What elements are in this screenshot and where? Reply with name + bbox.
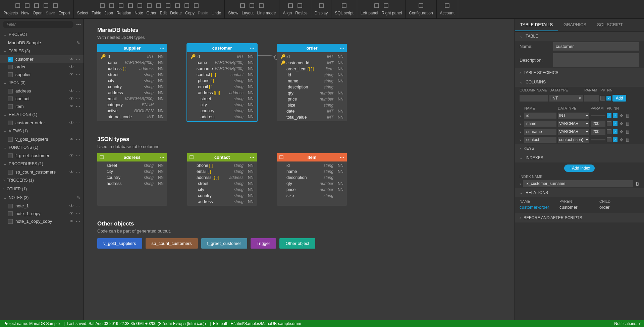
- toolbar-label-other[interactable]: Other: [145, 10, 158, 16]
- toolbar-label-note[interactable]: Note: [133, 10, 144, 16]
- entity-row[interactable]: addressstringNN: [97, 181, 167, 187]
- toolbar-label-select[interactable]: Select: [76, 10, 90, 16]
- move-icon[interactable]: ✥: [619, 137, 624, 142]
- tree-item-f-greet-customer[interactable]: f_greet_customer👁⋯: [0, 152, 84, 159]
- entity-header[interactable]: item⋯: [277, 153, 347, 161]
- tree-item-v-gold-suppliers[interactable]: v_gold_suppliers👁⋯: [0, 135, 84, 143]
- col-param-input[interactable]: 200: [591, 121, 605, 127]
- tree-item-sp-count-customers[interactable]: sp_count_customers👁⋯: [0, 168, 84, 176]
- tree-section-triggers[interactable]: ›TRIGGERS (1): [0, 176, 84, 185]
- tree-section-functions[interactable]: ⌄FUNCTIONS (1): [0, 143, 84, 152]
- toolbar-label-edit[interactable]: Edit: [159, 10, 168, 16]
- tree-item-customer[interactable]: ✓customer👁⋯: [0, 55, 84, 63]
- other-icon[interactable]: [145, 1, 154, 10]
- add-col-datatype[interactable]: INT▾: [549, 95, 583, 102]
- folder-open-icon[interactable]: [32, 1, 41, 10]
- canvas[interactable]: MariaDB tables With nested JSON types su…: [84, 19, 515, 320]
- section-relations[interactable]: ⌄RELATIONS: [515, 188, 644, 197]
- entity-row[interactable]: address[{ }]addressNN: [187, 90, 257, 96]
- entity-row[interactable]: nameVARCHAR(200)NN: [187, 60, 257, 66]
- tab-table-details[interactable]: TABLE DETAILS: [515, 19, 558, 31]
- left-panel-icon[interactable]: [372, 1, 381, 10]
- tree-item-order[interactable]: order👁⋯: [0, 63, 84, 71]
- toolbar-label-display[interactable]: Display: [313, 10, 329, 16]
- col-nn-checkbox[interactable]: ✓: [613, 137, 618, 142]
- entity-row[interactable]: contact[{ }]contactNN: [187, 72, 257, 78]
- section-indexes[interactable]: ⌄INDEXES: [515, 153, 644, 162]
- entity-row[interactable]: namestringNN: [277, 169, 347, 175]
- line-icon[interactable]: [257, 1, 266, 10]
- add-col-param[interactable]: [584, 95, 599, 102]
- entity-row[interactable]: pricenumberNN: [277, 187, 347, 193]
- entity-row[interactable]: phone[ ]stringNN: [187, 162, 257, 169]
- entity-row[interactable]: order_item[{ }]itemNN: [277, 66, 347, 72]
- toolbar-label-account[interactable]: Account: [439, 10, 456, 16]
- toolbar-label-json[interactable]: Json: [103, 10, 114, 16]
- entity-row[interactable]: nameVARCHAR(200)NN: [97, 60, 167, 66]
- relation-link[interactable]: customer-order: [520, 205, 559, 210]
- entity-row[interactable]: address{ }addressNN: [97, 66, 167, 72]
- entity-row[interactable]: citystringNN: [187, 102, 257, 108]
- entity-order[interactable]: order⋯🔑idINTNN🔑customer_idINTNNorder_ite…: [277, 44, 347, 121]
- toolbar-label-left-panel[interactable]: Left panel: [359, 10, 380, 16]
- tree-item-note-1-copy[interactable]: note_1_copy👁⋯: [0, 210, 84, 217]
- name-input[interactable]: [553, 42, 639, 51]
- tree-item-supplier[interactable]: supplier👁⋯: [0, 71, 84, 78]
- expand-icon[interactable]: ›: [520, 121, 523, 126]
- save-icon[interactable]: [42, 1, 50, 10]
- toolbar-label-copy[interactable]: Copy: [184, 10, 196, 16]
- object-other-object[interactable]: Other object: [279, 238, 315, 249]
- desc-input[interactable]: [553, 53, 639, 67]
- section-keys[interactable]: ›KEYS: [515, 144, 644, 153]
- tree-item-contact[interactable]: contact👁⋯: [0, 95, 84, 103]
- eye-icon[interactable]: [238, 1, 247, 10]
- toolbar-label-show[interactable]: Show: [227, 10, 239, 16]
- entity-row[interactable]: streetstringNN: [187, 181, 257, 187]
- gear-icon[interactable]: [417, 1, 425, 10]
- expand-icon[interactable]: ›: [520, 181, 521, 186]
- tree-section-other[interactable]: ›OTHER (1): [0, 185, 84, 193]
- toolbar-label-sql-script[interactable]: SQL script: [333, 10, 355, 16]
- col-nn-checkbox[interactable]: ✓: [613, 121, 618, 126]
- entity-row[interactable]: addressstringNN: [97, 90, 167, 96]
- filter-input[interactable]: [3, 21, 73, 28]
- toolbar-label-layout[interactable]: Layout: [240, 10, 255, 16]
- toolbar-label-relation[interactable]: Relation: [115, 10, 132, 16]
- section-table[interactable]: ⌄TABLE: [515, 31, 644, 41]
- delete-icon[interactable]: 🗑: [625, 129, 630, 134]
- resize-icon[interactable]: [296, 1, 304, 10]
- entity-row[interactable]: email[ ]stringNN: [187, 169, 257, 175]
- delete-icon[interactable]: 🗑: [625, 113, 630, 118]
- entity-row[interactable]: email[ ]stringNN: [187, 84, 257, 90]
- toolbar-label-projects[interactable]: Projects: [2, 10, 19, 16]
- toolbar-label-delete[interactable]: Delete: [169, 10, 183, 16]
- object-sp-count-customers[interactable]: sp_count_customers: [146, 238, 198, 249]
- entity-row[interactable]: addressstringNN: [187, 114, 257, 120]
- delete-icon[interactable]: 🗑: [625, 137, 630, 142]
- col-datatype-select[interactable]: contact (json)▾: [558, 137, 589, 143]
- toolbar-label-save[interactable]: Save: [45, 10, 56, 16]
- toolbar-label-open[interactable]: Open: [31, 10, 44, 16]
- edit-icon[interactable]: [154, 1, 163, 10]
- entity-row[interactable]: descriptionstring: [277, 175, 347, 181]
- entity-contact[interactable]: contact⋯phone[ ]stringNNemail[ ]stringNN…: [187, 153, 257, 206]
- toolbar-label-line-mode[interactable]: Line mode: [256, 10, 277, 16]
- section-specifics[interactable]: ›TABLE SPECIFICS: [515, 68, 644, 77]
- entity-row[interactable]: emailVARCHAR(200)NN: [97, 96, 167, 102]
- entity-row[interactable]: streetstringNN: [187, 96, 257, 102]
- col-name-input[interactable]: id: [524, 113, 556, 119]
- relation-icon[interactable]: [126, 1, 135, 10]
- entity-row[interactable]: namestringNN: [277, 78, 347, 84]
- display-icon[interactable]: [317, 1, 326, 10]
- entity-row[interactable]: countrystringNN: [187, 193, 257, 199]
- entity-row[interactable]: countrystringNN: [187, 108, 257, 114]
- col-datatype-select[interactable]: VARCHAR▾: [558, 121, 589, 127]
- paste-icon[interactable]: [182, 1, 191, 10]
- entity-row[interactable]: qtynumberNN: [277, 181, 347, 187]
- entity-header[interactable]: order⋯: [277, 44, 347, 52]
- table-icon[interactable]: [107, 1, 116, 10]
- col-pk-checkbox[interactable]: [607, 137, 611, 142]
- entity-header[interactable]: address⋯: [97, 153, 167, 161]
- col-nn-checkbox[interactable]: ✓: [613, 113, 618, 118]
- script-icon[interactable]: [340, 1, 348, 10]
